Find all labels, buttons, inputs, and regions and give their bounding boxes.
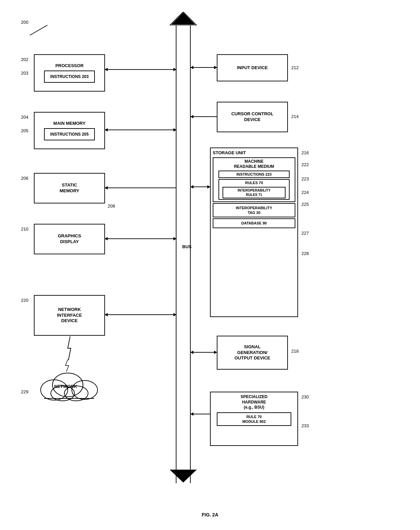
machine-readable-label: MACHINEREADABLE MEDIUM bbox=[214, 159, 294, 170]
database-label: DATABASE 90 bbox=[214, 220, 294, 226]
ref-203: 203 bbox=[21, 71, 28, 76]
ref-212: 212 bbox=[291, 65, 299, 70]
ref-229: 229 bbox=[21, 389, 28, 394]
network-interface-label: NETWORKINTERFACEDEVICE bbox=[57, 307, 82, 324]
arrow-bus-input bbox=[191, 67, 217, 68]
arrow-mainmem-bus bbox=[105, 130, 176, 130]
ref-228: 228 bbox=[301, 251, 309, 256]
instructions-203-box: INSTRUCTIONS 203 bbox=[44, 71, 95, 83]
storage-unit-label: STORAGE UNIT bbox=[213, 150, 246, 156]
cursor-control-label: CURSOR CONTROLDEVICE bbox=[231, 111, 273, 123]
signal-gen-label: SIGNALGENERATION/OUTPUT DEVICE bbox=[234, 344, 270, 361]
cursor-control-box: CURSOR CONTROLDEVICE bbox=[217, 102, 288, 132]
input-device-box: INPUT DEVICE bbox=[217, 54, 288, 81]
ref-214: 214 bbox=[291, 114, 299, 119]
arrow-staticmem-bus bbox=[105, 188, 176, 188]
ref-202: 202 bbox=[21, 57, 28, 62]
arrow-graphics-bus bbox=[105, 238, 176, 239]
arrow-processor-bus bbox=[105, 69, 176, 70]
ref-233: 233 bbox=[301, 423, 309, 428]
instructions-223-label: INSTRUCTIONS 223 bbox=[219, 171, 289, 177]
ref-200-line bbox=[30, 25, 48, 36]
interop-rules-box: INTEROPERABILITYRULES 71 bbox=[223, 187, 286, 198]
rule-70-module-label: RULE 70MODULE 802 bbox=[219, 414, 289, 424]
main-memory-label: MAIN MEMORY bbox=[54, 121, 86, 126]
bus-arrow-down bbox=[170, 470, 197, 485]
machine-readable-box: MACHINEREADABLE MEDIUM INSTRUCTIONS 223 … bbox=[213, 157, 295, 202]
svg-marker-2 bbox=[171, 13, 195, 25]
rules-70-box: RULES 70 INTEROPERABILITYRULES 71 bbox=[218, 179, 290, 199]
fig-label: FIG. 2A bbox=[176, 512, 244, 517]
ref-208: 208 bbox=[108, 203, 115, 209]
instructions-205-label: INSTRUCTIONS 205 bbox=[50, 132, 88, 137]
graphics-display-box: GRAPHICSDISPLAY bbox=[34, 224, 105, 254]
interop-tag-label: INTEROPERABILITYTAG 30 bbox=[214, 205, 294, 216]
signal-gen-box: SIGNALGENERATION/OUTPUT DEVICE bbox=[217, 336, 288, 370]
ref-224: 224 bbox=[301, 190, 309, 195]
network-cloud: NETWORK bbox=[34, 359, 102, 407]
instructions-223-box: INSTRUCTIONS 223 bbox=[218, 171, 290, 178]
lightning-bolt bbox=[65, 336, 75, 361]
ref-204: 204 bbox=[21, 115, 28, 120]
arrow-bus-cursor bbox=[191, 116, 217, 117]
static-memory-box: STATICMEMORY bbox=[34, 173, 105, 203]
storage-unit-box: STORAGE UNIT MACHINEREADABLE MEDIUM INST… bbox=[210, 148, 298, 317]
ref-205: 205 bbox=[21, 128, 28, 133]
graphics-display-label: GRAPHICSDISPLAY bbox=[58, 233, 81, 245]
interop-tag-box: INTEROPERABILITYTAG 30 bbox=[213, 203, 295, 218]
rule-70-module-box: RULE 70MODULE 802 bbox=[217, 412, 291, 426]
network-interface-box: NETWORKINTERFACEDEVICE bbox=[34, 295, 105, 336]
ref-216: 216 bbox=[301, 150, 309, 155]
static-memory-label: STATICMEMORY bbox=[60, 182, 79, 194]
ref-223: 223 bbox=[301, 176, 309, 181]
ref-227: 227 bbox=[301, 231, 309, 236]
ref-230: 230 bbox=[301, 394, 309, 399]
arrow-bus-signal bbox=[191, 352, 217, 353]
instructions-205-box: INSTRUCTIONS 205 bbox=[44, 128, 95, 140]
processor-label: PROCESSOR bbox=[55, 63, 83, 69]
instructions-203-label: INSTRUCTIONS 203 bbox=[50, 74, 88, 80]
arrow-bus-storage bbox=[191, 187, 210, 187]
ref-210: 210 bbox=[21, 227, 28, 232]
arrow-bus-spechw bbox=[191, 414, 210, 414]
diagram: 200 BUS PROCESSOR INSTRUCTIONS 203 202 2… bbox=[0, 0, 420, 530]
main-memory-box: MAIN MEMORY INSTRUCTIONS 205 bbox=[34, 112, 105, 149]
input-device-label: INPUT DEVICE bbox=[237, 65, 268, 71]
ref-222: 222 bbox=[301, 162, 309, 167]
bus-label: BUS bbox=[182, 244, 191, 249]
svg-marker-3 bbox=[170, 470, 197, 483]
ref-225: 225 bbox=[301, 202, 309, 207]
ref-220: 220 bbox=[21, 298, 28, 303]
rules-70-label: RULES 70 bbox=[219, 180, 289, 186]
diagram-title: 200 bbox=[21, 20, 28, 25]
ref-206: 206 bbox=[21, 176, 28, 181]
bus-arrow-up bbox=[170, 12, 197, 27]
specialized-hw-label: SPECIALIZEDHARDWARE(e.g., BSU) bbox=[240, 394, 267, 410]
processor-box: PROCESSOR INSTRUCTIONS 203 bbox=[34, 54, 105, 92]
bus-shaft bbox=[176, 19, 191, 483]
network-label: NETWORK bbox=[54, 384, 77, 389]
database-box: DATABASE 90 bbox=[213, 218, 295, 228]
arrow-network-bus bbox=[105, 314, 176, 315]
svg-point-6 bbox=[72, 380, 98, 399]
specialized-hw-box: SPECIALIZEDHARDWARE(e.g., BSU) RULE 70MO… bbox=[210, 392, 298, 446]
ref-218: 218 bbox=[291, 349, 299, 354]
interop-rules-label: INTEROPERABILITYRULES 71 bbox=[223, 188, 285, 198]
